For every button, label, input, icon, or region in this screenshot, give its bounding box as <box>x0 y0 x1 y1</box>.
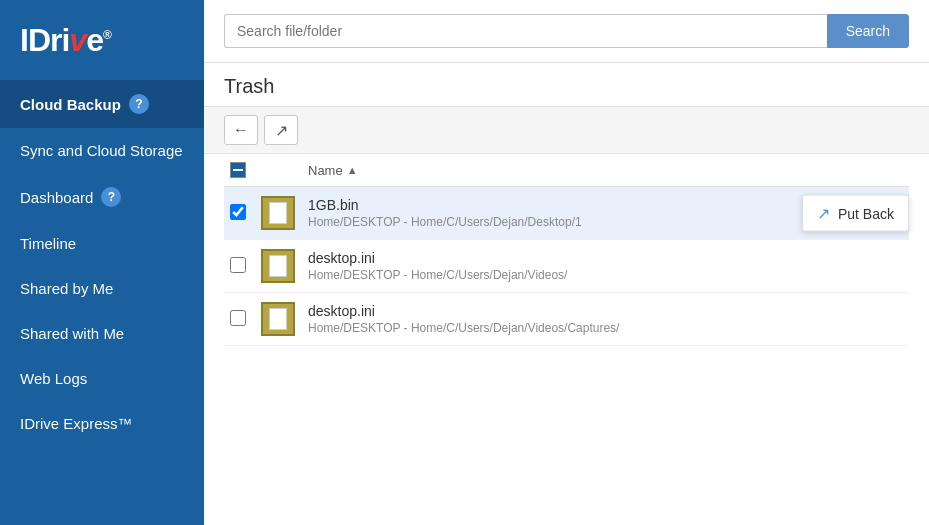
help-icon-cloud-backup[interactable]: ? <box>129 94 149 114</box>
main-content: Search Trash ← ↗ Name <box>204 0 929 525</box>
file-icon-inner <box>269 202 287 224</box>
row-checkbox-cell <box>224 187 254 240</box>
file-type-icon <box>260 195 296 231</box>
back-icon: ← <box>233 121 249 139</box>
search-input[interactable] <box>224 14 827 48</box>
file-path: Home/DESKTOP - Home/C/Users/Dejan/Videos… <box>308 268 903 282</box>
sidebar-item-idrive-express-label: IDrive Express™ <box>20 415 133 432</box>
logo-area: IDrive® <box>0 0 204 80</box>
file-name: desktop.ini <box>308 250 903 266</box>
table-row: desktop.iniHome/DESKTOP - Home/C/Users/D… <box>224 293 909 346</box>
row-checkbox[interactable] <box>230 257 246 273</box>
sidebar-item-cloud-backup-label: Cloud Backup <box>20 96 121 113</box>
sidebar-item-web-logs-label: Web Logs <box>20 370 87 387</box>
search-button[interactable]: Search <box>827 14 909 48</box>
file-icon-cell <box>254 293 302 346</box>
file-table-container: Name ▲ 1GB.binHome/DESKTOP - Home/C/User… <box>204 154 929 525</box>
row-checkbox-cell <box>224 293 254 346</box>
page-title: Trash <box>224 75 909 98</box>
file-name-cell: 1GB.binHome/DESKTOP - Home/C/Users/Dejan… <box>302 187 909 240</box>
sidebar-item-dashboard[interactable]: Dashboard ? <box>0 173 204 221</box>
sidebar-item-idrive-express[interactable]: IDrive Express™ <box>0 401 204 446</box>
sidebar-item-sync-cloud-label: Sync and Cloud Storage <box>20 142 183 159</box>
name-col-header[interactable]: Name ▲ <box>302 154 909 187</box>
table-header-row: Name ▲ <box>224 154 909 187</box>
file-icon-outer <box>261 302 295 336</box>
file-type-icon <box>260 301 296 337</box>
file-icon-inner <box>269 255 287 277</box>
put-back-popup[interactable]: ↗ Put Back <box>802 195 909 232</box>
table-row: desktop.iniHome/DESKTOP - Home/C/Users/D… <box>224 240 909 293</box>
file-icon-cell <box>254 240 302 293</box>
sidebar: IDrive® Cloud Backup ? Sync and Cloud St… <box>0 0 204 525</box>
sidebar-nav: Cloud Backup ? Sync and Cloud Storage Da… <box>0 80 204 525</box>
back-button[interactable]: ← <box>224 115 258 145</box>
put-back-icon: ↗ <box>817 204 830 223</box>
header: Search <box>204 0 929 63</box>
sidebar-item-timeline-label: Timeline <box>20 235 76 252</box>
file-table: Name ▲ 1GB.binHome/DESKTOP - Home/C/User… <box>224 154 909 346</box>
file-name-cell: desktop.iniHome/DESKTOP - Home/C/Users/D… <box>302 240 909 293</box>
logo: IDrive® <box>20 22 111 59</box>
deselect-all-checkbox[interactable] <box>230 162 246 178</box>
file-table-body: 1GB.binHome/DESKTOP - Home/C/Users/Dejan… <box>224 187 909 346</box>
sidebar-item-web-logs[interactable]: Web Logs <box>0 356 204 401</box>
row-checkbox[interactable] <box>230 310 246 326</box>
row-checkbox-cell <box>224 240 254 293</box>
file-icon-outer <box>261 249 295 283</box>
sidebar-item-timeline[interactable]: Timeline <box>0 221 204 266</box>
sidebar-item-dashboard-label: Dashboard <box>20 189 93 206</box>
sidebar-item-cloud-backup[interactable]: Cloud Backup ? <box>0 80 204 128</box>
file-type-icon <box>260 248 296 284</box>
file-icon-inner <box>269 308 287 330</box>
sidebar-item-shared-by-me-label: Shared by Me <box>20 280 113 297</box>
table-row: 1GB.binHome/DESKTOP - Home/C/Users/Dejan… <box>224 187 909 240</box>
file-icon-outer <box>261 196 295 230</box>
file-icon-cell <box>254 187 302 240</box>
icon-col-header <box>254 154 302 187</box>
restore-button[interactable]: ↗ <box>264 115 298 145</box>
sort-arrow-icon: ▲ <box>347 164 358 176</box>
restore-icon: ↗ <box>275 121 288 140</box>
help-icon-dashboard[interactable]: ? <box>101 187 121 207</box>
toolbar: ← ↗ <box>204 107 929 154</box>
sidebar-item-shared-by-me[interactable]: Shared by Me <box>0 266 204 311</box>
put-back-label: Put Back <box>838 205 894 221</box>
sidebar-item-shared-with-me-label: Shared with Me <box>20 325 124 342</box>
file-path: Home/DESKTOP - Home/C/Users/Dejan/Videos… <box>308 321 903 335</box>
page-title-area: Trash <box>204 63 929 107</box>
file-name: desktop.ini <box>308 303 903 319</box>
row-checkbox[interactable] <box>230 204 246 220</box>
file-name-cell: desktop.iniHome/DESKTOP - Home/C/Users/D… <box>302 293 909 346</box>
select-all-header[interactable] <box>224 154 254 187</box>
sidebar-item-shared-with-me[interactable]: Shared with Me <box>0 311 204 356</box>
sidebar-item-sync-cloud[interactable]: Sync and Cloud Storage <box>0 128 204 173</box>
